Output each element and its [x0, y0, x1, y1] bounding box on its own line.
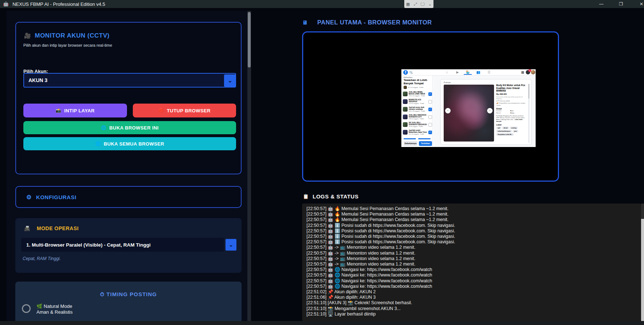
- carousel-left-icon[interactable]: ‹: [445, 108, 451, 113]
- cctv-camera-icon: 🎥: [24, 32, 31, 39]
- tag-pill[interactable]: cutting: [510, 127, 518, 129]
- log-line: [22:50:57] 🤖 🔥 Memulai Sesi Pemanasan Ce…: [306, 206, 637, 212]
- group-checkbox[interactable]: [428, 131, 432, 134]
- minimize-button[interactable]: —: [594, 0, 609, 8]
- group-thumbnail: [403, 107, 408, 112]
- menu-icon[interactable]: ☰: [485, 70, 493, 75]
- group-name: JUAL BELI MOBIL BEKAS JAWA TIMUR: [409, 91, 427, 95]
- intip-layar-button[interactable]: 📸 INTIP LAYAR: [23, 104, 127, 117]
- more-tags-pill[interactable]: Tampilkan Lebih B...: [496, 133, 514, 136]
- tag-pill[interactable]: pcx: [513, 130, 518, 132]
- log-output[interactable]: [22:50:57] 🤖 🔥 Memulai Sesi Pemanasan Ce…: [302, 204, 641, 321]
- group-checkbox[interactable]: [428, 123, 432, 127]
- log-scrollbar-thumb[interactable]: [641, 219, 644, 325]
- fb-group-row[interactable]: Jual Beli mobil Bekas/baru Jawa Timur (M…: [403, 128, 432, 136]
- group-checkbox[interactable]: [428, 115, 432, 119]
- apps-grid-icon[interactable]: ▦: [521, 70, 524, 74]
- monitor-icon[interactable]: 🖵: [421, 2, 425, 7]
- merek-label: Merek: [496, 112, 510, 114]
- product-detail-panel: Body Kit Motor untuk Pcx Kualitas Joss O…: [496, 84, 527, 143]
- fb-group-list: JUAL BELI MOBIL BEKAS JAWA TIMUR 276,1 r…: [403, 90, 432, 136]
- monitor-akun-title: MONITOR AKUN (CCTV): [35, 32, 109, 39]
- tag-pill[interactable]: stikerkualitasjoss: [496, 130, 512, 132]
- close-button[interactable]: ✕: [634, 0, 644, 8]
- fb-group-row[interactable]: 267 JUAL BELI SURABAYA SIDOARJO-GONTOP 2…: [403, 121, 432, 128]
- fb-sidebar-title: Tawarkan di Lebih Banyak Tempat: [404, 79, 430, 85]
- konfigurasi-title: KONFIGURASI: [36, 194, 77, 200]
- buka-browser-ini-button[interactable]: 🌐 BUKA BROWSER INI: [23, 121, 236, 134]
- search-icon[interactable]: 🔍: [409, 70, 413, 74]
- group-name: Jual beli motor drek sidoarjo surabaya: [409, 107, 427, 110]
- carousel-right-icon[interactable]: ›: [487, 108, 493, 113]
- mode-select-chevron-icon[interactable]: ⌄: [225, 239, 236, 251]
- meetup-option: ◎ Pertemuan publik: [496, 100, 527, 102]
- log-line: [22:50:57] 🤖 🌐 Navigasi ke: https://www.…: [306, 267, 637, 272]
- log-line: [22:50:57] 🤖 ℹ️ Posisi sudah di https://…: [306, 228, 637, 234]
- logs-status-title: LOGS & STATUS: [313, 193, 359, 200]
- globe-icon: 🌐: [95, 141, 101, 146]
- natural-mode-radio[interactable]: [22, 304, 31, 313]
- stop-icon: 🛑: [158, 108, 164, 113]
- mode-operasi-header: 📠 MODE OPERASI: [24, 225, 79, 231]
- timing-posting-header: ⏱ TIMING POSTING: [15, 291, 242, 298]
- group-meta: 23 rb anggota · Publik: [409, 125, 427, 127]
- mode-select-value: 1. Multi-Browser Paralel (Visible) - Cep…: [26, 242, 151, 248]
- log-line: [22:50:57] 🤖 -> 📺 Menonton video selama …: [306, 262, 637, 267]
- merek-value: Nmax: [510, 112, 514, 114]
- konfigurasi-card[interactable]: ⚙ KONFIGURASI: [15, 186, 242, 208]
- monitor-screen-icon: 🖥: [302, 19, 308, 26]
- tutup-browser-button[interactable]: 🛑 TUTUP BROWSER: [133, 104, 236, 117]
- group-meta: 318 rb anggota · Publik: [409, 118, 427, 120]
- clipboard-icon: 📋: [303, 194, 309, 199]
- fb-group-row[interactable]: JUAL BELI SIDOARJO - SURABAYA CITY 318 r…: [403, 113, 432, 121]
- facebook-logo-icon[interactable]: f: [403, 70, 408, 75]
- account-select[interactable]: AKUN 3: [23, 73, 236, 88]
- buka-semua-browser-button[interactable]: 🌐 BUKA SEMUA BROWSER: [23, 137, 236, 150]
- left-panel-scrollbar-thumb[interactable]: [248, 12, 251, 67]
- watch-icon[interactable]: ▶: [454, 70, 462, 75]
- chevron-down-icon[interactable]: ⌄: [428, 2, 432, 7]
- maximize-button[interactable]: ❐: [614, 0, 628, 8]
- grid-icon[interactable]: ▦: [406, 2, 410, 7]
- fb-group-row[interactable]: MARKETPLACE SIDOARJO 12,8 rb anggota · P…: [403, 98, 432, 105]
- fb-group-row[interactable]: Jual beli motor drek sidoarjo surabaya 1…: [403, 105, 432, 113]
- group-thumbnail: [403, 122, 408, 127]
- log-line: [22:51:10] 🖥️ Layar berhasil diintip: [306, 312, 637, 317]
- mode-select[interactable]: 1. Multi-Browser Paralel (Visible) - Cep…: [21, 238, 224, 252]
- groups-icon[interactable]: 👥: [474, 70, 482, 75]
- fb-sidebar: Marketplace Tawarkan di Lebih Banyak Tem…: [401, 76, 433, 147]
- group-meta: 12,8 rb anggota · Publik: [409, 102, 427, 104]
- group-thumbnail: [403, 130, 408, 135]
- profile-avatar[interactable]: [531, 70, 535, 74]
- expand-icon[interactable]: ⤢: [414, 2, 417, 7]
- mode-operasi-card: 📠 MODE OPERASI 1. Multi-Browser Paralel …: [15, 218, 242, 273]
- tag-pill[interactable]: vpf: [496, 127, 501, 129]
- tag-list: vpfdecalcuttingstikerkualitasjosspcx: [496, 127, 527, 132]
- group-thumbnail: [403, 92, 408, 96]
- log-line: [22:51:06] 📌 Akun dipilih: AKUN 3: [306, 295, 637, 300]
- home-icon[interactable]: ⌂: [443, 70, 451, 75]
- marketplace-icon[interactable]: 🏪: [464, 70, 472, 75]
- tutup-browser-label: TUTUP BROWSER: [167, 108, 211, 113]
- detail-scrollbar[interactable]: [528, 84, 529, 143]
- group-checkbox[interactable]: [428, 92, 432, 96]
- group-name: JUAL BELI SIDOARJO - SURABAYA CITY: [409, 114, 427, 118]
- fb-publish-button[interactable]: Terbitkan: [419, 141, 432, 146]
- log-line: [22:50:57] 🤖 🔥 Memulai Sesi Pemanasan Ce…: [306, 212, 637, 217]
- log-line: [22:50:57] 🤖 -> 📺 Menonton video selama …: [306, 245, 637, 250]
- left-sidebar: 🎥 MONITOR AKUN (CCTV) Pilih akun dan int…: [7, 11, 247, 321]
- group-thumbnail: [403, 115, 408, 119]
- group-meta: 87,1 rb anggota · Publik: [408, 86, 423, 88]
- log-line: [22:51:10] [AKUN 3] 📸 Cekrek! Screenshot…: [306, 300, 637, 306]
- group-checkbox[interactable]: [428, 100, 432, 104]
- fb-group-row[interactable]: JUAL BELI MOBIL BEKAS JAWA TIMUR 276,1 r…: [403, 90, 432, 98]
- group-name: Jual Beli mobil Bekas/baru Jawa Timur (M…: [409, 129, 427, 133]
- fb-progress-bars: [404, 138, 431, 139]
- screen-recorder-toolbar[interactable]: ▦ ⤢ 🖵 ⌄: [404, 0, 433, 8]
- fb-previous-button[interactable]: Sebelumnya: [404, 141, 417, 146]
- mode-operasi-title: MODE OPERASI: [37, 225, 79, 231]
- account-select-chevron-icon[interactable]: ⌄: [224, 74, 236, 87]
- group-checkbox[interactable]: [428, 108, 432, 111]
- tag-pill[interactable]: decal: [502, 127, 509, 129]
- product-title: Body Kit Motor untuk Pcx Kualitas Joss O…: [496, 84, 527, 92]
